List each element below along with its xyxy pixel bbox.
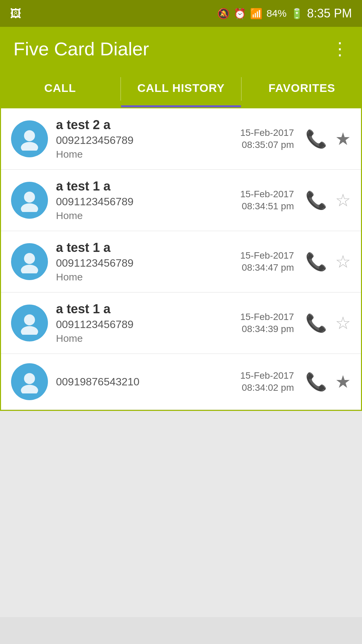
contact-number: 00919876543210 [56,376,232,388]
contact-number: 0091123456789 [56,257,232,269]
contact-name: a test 2 a [56,118,232,132]
contact-name: a test 1 a [56,302,232,316]
call-actions: 📞 ★ [305,129,351,149]
svg-point-6 [24,314,35,325]
call-history-list: a test 2 a 0092123456789 Home 15-Feb-201… [1,108,361,410]
signal-icon: 📶 [250,8,262,19]
svg-point-4 [24,253,35,264]
call-button[interactable]: 📞 [305,190,327,211]
status-bar: 🖼 🔕 ⏰ 📶 84% 🔋 8:35 PM [0,0,362,27]
avatar [11,363,48,400]
list-item: a test 1 a 0091123456789 Home 15-Feb-201… [1,292,361,354]
svg-point-7 [21,326,38,335]
call-date: 15-Feb-2017 [240,312,294,322]
svg-point-5 [21,265,38,273]
call-date: 15-Feb-2017 [240,189,294,200]
avatar [11,305,48,341]
status-time: 8:35 PM [307,6,352,20]
call-actions: 📞 ☆ [305,190,351,211]
list-item: a test 1 a 0091123456789 Home 15-Feb-201… [1,170,361,231]
contact-info: a test 1 a 0091123456789 Home [56,179,232,221]
contact-info: a test 1 a 0091123456789 Home [56,240,232,283]
contact-name: a test 1 a [56,179,232,194]
call-date: 15-Feb-2017 [240,250,294,261]
overflow-menu-button[interactable]: ⋮ [331,39,349,59]
call-datetime: 15-Feb-2017 08:34:47 pm [240,250,294,273]
status-bar-right: 🔕 ⏰ 📶 84% 🔋 8:35 PM [217,6,352,20]
contact-type: Home [56,149,232,160]
bottom-navigation-bar [0,617,362,644]
svg-point-2 [24,192,35,203]
favorite-button[interactable]: ☆ [335,313,351,333]
alarm-icon: ⏰ [234,8,246,19]
contact-type: Home [56,333,232,344]
list-item: a test 1 a 0091123456789 Home 15-Feb-201… [1,231,361,292]
call-datetime: 15-Feb-2017 08:34:51 pm [240,189,294,212]
favorite-button[interactable]: ★ [335,372,351,392]
mute-icon: 🔕 [217,8,230,19]
call-actions: 📞 ☆ [305,252,351,272]
list-item: 00919876543210 15-Feb-2017 08:34:02 pm 📞… [1,354,361,410]
avatar [11,120,48,157]
tab-call-history[interactable]: CALL HISTORY [121,70,241,107]
avatar [11,182,48,219]
contact-type: Home [56,210,232,221]
call-button[interactable]: 📞 [305,252,327,272]
tab-call[interactable]: CALL [0,70,120,107]
call-button[interactable]: 📞 [305,372,327,392]
svg-point-0 [24,130,35,141]
tab-favorites[interactable]: FAVORITES [242,70,362,107]
gallery-icon: 🖼 [10,7,21,20]
call-time: 08:34:02 pm [242,382,294,393]
svg-point-9 [21,385,38,393]
status-bar-left: 🖼 [10,7,21,20]
call-actions: 📞 ★ [305,372,351,392]
call-date: 15-Feb-2017 [240,127,294,138]
app-title: Five Card Dialer [13,38,149,60]
battery-text: 84% [266,8,287,19]
contact-info: 00919876543210 [56,376,232,388]
call-time: 08:34:51 pm [242,201,294,212]
svg-point-8 [24,373,35,384]
favorite-button[interactable]: ☆ [335,190,351,210]
tab-call-label: CALL [44,82,76,95]
call-datetime: 15-Feb-2017 08:34:39 pm [240,312,294,334]
app-bar: Five Card Dialer ⋮ [0,27,362,70]
call-time: 08:35:07 pm [242,140,294,150]
svg-point-1 [21,142,38,151]
contact-type: Home [56,271,232,283]
content-area: a test 2 a 0092123456789 Home 15-Feb-201… [0,107,362,411]
svg-point-3 [21,203,38,212]
contact-number: 0091123456789 [56,196,232,208]
battery-icon: 🔋 [291,8,303,19]
call-time: 08:34:39 pm [242,324,294,334]
contact-name: a test 1 a [56,240,232,255]
favorite-button[interactable]: ☆ [335,252,351,272]
call-datetime: 15-Feb-2017 08:35:07 pm [240,127,294,150]
call-actions: 📞 ☆ [305,313,351,333]
tab-call-history-label: CALL HISTORY [137,82,225,95]
call-time: 08:34:47 pm [242,262,294,273]
contact-info: a test 2 a 0092123456789 Home [56,118,232,160]
contact-number: 0091123456789 [56,318,232,331]
tab-favorites-label: FAVORITES [268,82,335,95]
call-datetime: 15-Feb-2017 08:34:02 pm [240,370,294,393]
call-button[interactable]: 📞 [305,313,327,333]
list-item: a test 2 a 0092123456789 Home 15-Feb-201… [1,108,361,170]
contact-number: 0092123456789 [56,134,232,147]
call-button[interactable]: 📞 [305,129,327,149]
contact-info: a test 1 a 0091123456789 Home [56,302,232,344]
call-date: 15-Feb-2017 [240,370,294,381]
favorite-button[interactable]: ★ [335,129,351,149]
avatar [11,243,48,280]
tabs-container: CALL CALL HISTORY FAVORITES [0,70,362,107]
